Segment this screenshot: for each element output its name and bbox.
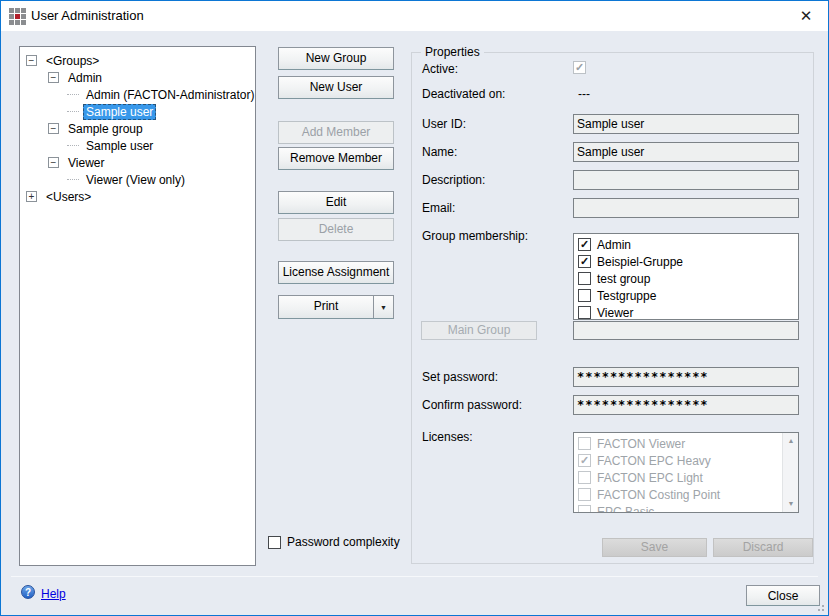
tree-view[interactable]: −<Groups>−AdminAdmin (FACTON-Administrat… (19, 46, 256, 566)
tree-item[interactable]: −Sample group (20, 120, 255, 137)
resize-grip[interactable] (816, 603, 824, 611)
tree-leader (67, 145, 79, 146)
main-group-button[interactable]: Main Group (421, 321, 537, 340)
properties-groupbox: Properties Active: ✓ Deactivated on: ---… (411, 52, 814, 564)
checklist-item-label: Testgruppe (597, 289, 656, 303)
help-icon[interactable]: ? (21, 585, 35, 599)
license-assignment-button[interactable]: License Assignment (278, 261, 394, 284)
checkbox-icon[interactable] (578, 289, 591, 302)
checklist-item[interactable]: EPC Basic (574, 503, 798, 513)
close-icon[interactable]: ✕ (790, 1, 822, 31)
checklist-item[interactable]: ✓Beispiel-Gruppe (574, 253, 798, 270)
user-id-field[interactable] (573, 114, 799, 134)
delete-button[interactable]: Delete (278, 218, 394, 241)
checklist-item-label: FACTON Viewer (597, 437, 685, 451)
window-title: User Administration (31, 1, 144, 31)
tree-item[interactable]: −<Groups> (20, 52, 255, 69)
checklist-item[interactable]: Viewer (574, 304, 798, 320)
tree-item-label: Admin (65, 70, 105, 86)
set-password-field[interactable] (573, 367, 799, 387)
checkbox-icon[interactable] (578, 437, 591, 450)
tree-item[interactable]: −Admin (20, 69, 255, 86)
checklist-item[interactable]: FACTON EPC Light (574, 469, 798, 486)
tree-item[interactable]: Admin (FACTON-Administrator) (20, 86, 255, 103)
name-label: Name: (422, 145, 457, 159)
checklist-item-label: Viewer (597, 306, 633, 320)
tree-item[interactable]: −Viewer (20, 154, 255, 171)
checkbox-icon[interactable] (578, 471, 591, 484)
app-grid-icon (9, 8, 26, 25)
save-button[interactable]: Save (602, 538, 707, 557)
collapse-icon[interactable]: − (48, 72, 59, 83)
properties-legend: Properties (421, 45, 484, 59)
print-dropdown-icon[interactable]: ▼ (373, 296, 393, 318)
description-field[interactable] (573, 170, 799, 190)
licenses-label: Licenses: (422, 430, 473, 444)
checklist-item-label: test group (597, 272, 650, 286)
password-complexity-checkbox[interactable] (268, 536, 281, 549)
checklist-item[interactable]: ✓Admin (574, 236, 798, 253)
close-button[interactable]: Close (746, 585, 820, 606)
tree-item[interactable]: Viewer (View only) (20, 171, 255, 188)
confirm-password-field[interactable] (573, 395, 799, 415)
licenses-list-items: FACTON Viewer✓FACTON EPC HeavyFACTON EPC… (574, 435, 798, 513)
discard-button[interactable]: Discard (713, 538, 813, 557)
checkbox-icon[interactable]: ✓ (578, 454, 591, 467)
licenses-list[interactable]: FACTON Viewer✓FACTON EPC HeavyFACTON EPC… (573, 432, 799, 513)
checklist-item-label: FACTON EPC Light (597, 471, 703, 485)
checkbox-icon[interactable]: ✓ (578, 238, 591, 251)
print-split-button[interactable]: Print ▼ (278, 295, 394, 319)
checklist-item[interactable]: Testgruppe (574, 287, 798, 304)
footer-divider (11, 576, 818, 577)
help-link[interactable]: Help (41, 587, 66, 601)
set-password-label: Set password: (422, 370, 498, 384)
checkbox-icon[interactable] (578, 505, 591, 513)
new-user-button[interactable]: New User (278, 76, 394, 99)
tree-leader (67, 94, 79, 95)
checkbox-icon[interactable] (578, 272, 591, 285)
checklist-item-label: Beispiel-Gruppe (597, 255, 683, 269)
active-label: Active: (422, 62, 458, 76)
checklist-item-label: FACTON Costing Point (597, 488, 720, 502)
checkbox-icon[interactable] (578, 306, 591, 319)
scroll-down-icon[interactable]: ▼ (783, 496, 799, 512)
tree-item-label: <Users> (43, 189, 94, 205)
checklist-item[interactable]: FACTON Costing Point (574, 486, 798, 503)
collapse-icon[interactable]: − (48, 157, 59, 168)
title-bar[interactable]: User Administration ✕ (1, 1, 828, 31)
add-member-button[interactable]: Add Member (278, 121, 394, 144)
checklist-item-label: Admin (597, 238, 631, 252)
new-group-button[interactable]: New Group (278, 47, 394, 70)
name-field[interactable] (573, 142, 799, 162)
licenses-scrollbar[interactable]: ▲ ▼ (782, 433, 798, 512)
tree-item-label: Viewer (View only) (83, 172, 188, 188)
active-checkbox[interactable]: ✓ (573, 61, 586, 74)
user-administration-dialog: User Administration ✕ −<Groups>−AdminAdm… (0, 0, 829, 616)
scroll-up-icon[interactable]: ▲ (783, 433, 799, 449)
collapse-icon[interactable]: − (48, 123, 59, 134)
checklist-item-label: FACTON EPC Heavy (597, 454, 711, 468)
tree-item-label: <Groups> (43, 53, 102, 69)
checklist-item[interactable]: test group (574, 270, 798, 287)
expand-icon[interactable]: + (26, 191, 37, 202)
collapse-icon[interactable]: − (26, 55, 37, 66)
deactivated-on-label: Deactivated on: (422, 87, 505, 101)
checklist-item-label: EPC Basic (597, 505, 654, 514)
group-membership-list[interactable]: ✓Admin✓Beispiel-Gruppetest groupTestgrup… (573, 233, 799, 320)
tree-leader (67, 179, 79, 180)
print-button[interactable]: Print (279, 296, 373, 318)
tree-item[interactable]: Sample user (20, 137, 255, 154)
checklist-item[interactable]: ✓FACTON EPC Heavy (574, 452, 798, 469)
checkbox-icon[interactable]: ✓ (578, 255, 591, 268)
tree-item[interactable]: +<Users> (20, 188, 255, 205)
tree-item-label: Sample user (83, 138, 156, 154)
email-field[interactable] (573, 198, 799, 218)
remove-member-button[interactable]: Remove Member (278, 147, 394, 170)
main-group-field[interactable] (573, 321, 799, 340)
checklist-item[interactable]: FACTON Viewer (574, 435, 798, 452)
checkbox-icon[interactable] (578, 488, 591, 501)
tree-leader (67, 111, 79, 112)
tree-item-label: Sample group (65, 121, 146, 137)
tree-item[interactable]: Sample user (20, 103, 255, 120)
edit-button[interactable]: Edit (278, 191, 394, 214)
